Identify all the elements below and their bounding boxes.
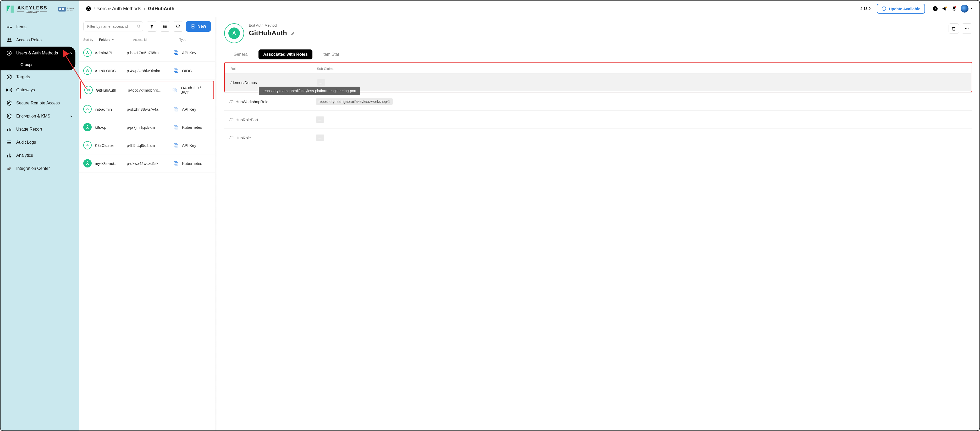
refresh-button[interactable]: [173, 21, 183, 32]
svg-point-22: [9, 89, 10, 90]
more-button[interactable]: [962, 23, 972, 34]
copy-icon[interactable]: [173, 160, 179, 166]
svg-rect-68: [175, 52, 178, 54]
copy-icon[interactable]: [173, 106, 179, 112]
list-row[interactable]: Auth0 OIDCp-4wp8k8hlw9kaimOIDC: [79, 62, 215, 80]
nav-label: Gateways: [16, 88, 35, 92]
copy-icon[interactable]: [173, 143, 179, 148]
nav-label: Analytics: [16, 153, 33, 158]
sub-claims-chip[interactable]: ...: [316, 135, 324, 141]
nav-audit-logs[interactable]: Audit Logs: [0, 136, 79, 149]
auth-methods-list: New Sort by Folders Access Id Type Admin…: [79, 17, 215, 431]
help-icon[interactable]: ?: [932, 6, 938, 11]
edit-icon[interactable]: [291, 31, 296, 36]
shield-lock-icon: [6, 100, 12, 106]
list-row[interactable]: k8s-cpp-ja7jmrljqxlvkmKubernetes: [79, 118, 215, 136]
search-icon: [137, 24, 141, 29]
svg-marker-51: [971, 8, 972, 10]
svg-point-55: [164, 25, 164, 25]
role-row[interactable]: /GitHubRole ...: [224, 128, 972, 147]
nav-label: Usage Report: [16, 127, 42, 132]
copy-icon[interactable]: [173, 68, 179, 73]
nav-secure-remote[interactable]: Secure Remote Access: [0, 97, 79, 109]
update-available-button[interactable]: Update Available: [877, 4, 925, 14]
avatar-letter: A: [228, 27, 240, 39]
role-row[interactable]: /GitHubWorkshopRole repository=samgabrai…: [224, 92, 972, 111]
svg-point-3: [59, 8, 61, 10]
svg-point-91: [87, 163, 88, 164]
brand-sub: Gateway: [17, 10, 47, 13]
list-row[interactable]: AGitHubAuthp-tgpcvx4mdbhro...OAuth 2.0 /…: [80, 81, 214, 99]
bell-icon[interactable]: [951, 6, 957, 11]
svg-point-85: [87, 144, 88, 145]
delete-button[interactable]: [948, 23, 959, 34]
info-icon: [881, 6, 886, 11]
nav-users-auth[interactable]: Users & Auth Methods: [0, 47, 75, 60]
gear-badge-icon: A: [85, 5, 92, 12]
row-access-id: p-ukwx42wczc5sk...: [127, 161, 170, 166]
nav-label: Access Roles: [16, 38, 41, 43]
nav-items[interactable]: Items: [0, 21, 79, 33]
nav-label: Encryption & KMS: [16, 114, 50, 119]
tab-general[interactable]: General: [229, 49, 253, 59]
nav-groups[interactable]: Groups: [0, 59, 72, 70]
role-path: /GitHubWorkshopRole: [229, 100, 316, 104]
copy-icon[interactable]: [173, 124, 179, 130]
row-type: API Key: [182, 143, 211, 147]
caret-down-icon: [970, 7, 973, 10]
svg-point-95: [967, 28, 967, 29]
sub-claims-chip[interactable]: ...: [317, 79, 325, 86]
detail-avatar: A: [224, 23, 244, 43]
nav-gateways[interactable]: Gateways: [0, 84, 79, 97]
copy-icon[interactable]: [172, 87, 178, 93]
svg-text:A: A: [88, 89, 89, 91]
nav-encryption[interactable]: Encryption & KMS: [0, 109, 79, 123]
list-row[interactable]: my-k8s-aut...p-ukwx42wczc5sk...Kubernete…: [79, 154, 215, 173]
role-row[interactable]: /GitHubRolePort ...: [224, 111, 972, 128]
nav-targets[interactable]: Targets: [0, 70, 79, 84]
list-icon: [6, 139, 12, 145]
list-row[interactable]: AdminAPIp-hoz17m5u765ra...API Key: [79, 44, 215, 62]
svg-point-96: [968, 28, 969, 29]
svg-point-40: [8, 167, 11, 169]
nav-integration[interactable]: Integration Center: [0, 162, 79, 175]
svg-rect-79: [175, 108, 178, 111]
svg-rect-71: [174, 69, 177, 72]
filter-input[interactable]: [83, 21, 143, 32]
filter-button[interactable]: [147, 21, 157, 32]
nav-label: Users & Auth Methods: [16, 51, 58, 55]
svg-point-50: [955, 6, 956, 8]
tab-item-stat[interactable]: Item Stat: [318, 49, 344, 59]
row-name: init-admin: [95, 107, 124, 111]
view-list-button[interactable]: [160, 21, 170, 32]
row-access-id: p-9l5fttqf5q2iam: [127, 143, 170, 147]
svg-point-14: [8, 52, 10, 54]
nav-usage-report[interactable]: Usage Report: [0, 123, 79, 136]
svg-text:TeKanAid: TeKanAid: [67, 7, 74, 9]
svg-point-24: [8, 116, 9, 116]
funnel-icon: [150, 24, 154, 29]
folders-sort[interactable]: Folders: [99, 38, 128, 41]
nav-label: Items: [16, 25, 27, 29]
user-menu[interactable]: [961, 5, 973, 13]
list-header: Sort by Folders Access Id Type: [79, 36, 215, 44]
role-path: /GitHubRolePort: [229, 117, 316, 122]
svg-text:?: ?: [934, 7, 936, 11]
list-row[interactable]: init-adminp-skzhn38wu7v4a...API Key: [79, 100, 215, 118]
sub-claims-chip[interactable]: ...: [316, 116, 324, 123]
nav-access-roles[interactable]: Access Roles: [0, 33, 79, 47]
megaphone-icon[interactable]: [942, 6, 948, 11]
new-button[interactable]: New: [186, 21, 211, 32]
svg-text:SOLUTIONS: SOLUTIONS: [67, 10, 73, 11]
svg-point-38: [10, 155, 11, 155]
copy-icon[interactable]: [173, 50, 179, 55]
row-access-id: p-hoz17m5u765ra...: [127, 51, 170, 55]
nav-analytics[interactable]: Analytics: [0, 149, 79, 162]
tab-associated-roles[interactable]: Associated with Roles: [258, 49, 312, 59]
sub-claims-chip[interactable]: repository=samgabrail/akeyless-workshop-…: [316, 98, 393, 105]
roles-rest: /GitHubWorkshopRole repository=samgabrai…: [224, 92, 972, 147]
tenant-badge-icon: TeKanAid SOLUTIONS: [58, 5, 74, 13]
svg-point-76: [87, 108, 88, 109]
list-row[interactable]: K8sClusterp-9l5fttqf5q2iamAPI Key: [79, 136, 215, 154]
breadcrumb-section[interactable]: Users & Auth Methods: [94, 6, 141, 11]
